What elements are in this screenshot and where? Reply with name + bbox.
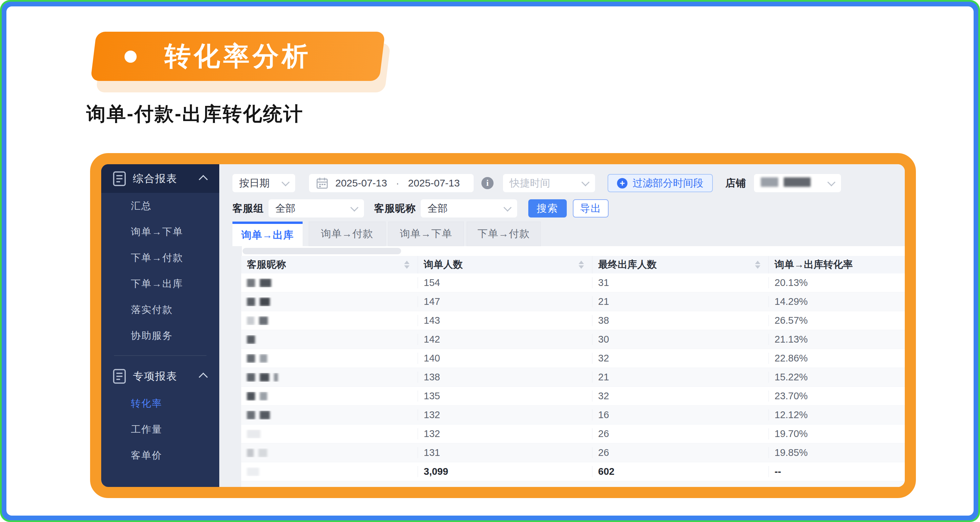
table-row: 1353223.70% <box>241 387 905 406</box>
cell-inquiry-count: 131 <box>418 447 592 458</box>
censored-text-block <box>274 373 278 382</box>
chevron-up-icon <box>199 373 208 382</box>
table-header: 客服昵称询单人数最终出库人数询单→出库转化率 <box>241 256 905 273</box>
censored-text-block <box>260 392 267 401</box>
sidebar-item-下单→付款[interactable]: 下单→付款 <box>101 245 219 271</box>
cell-outbound-count: 21 <box>592 371 768 383</box>
filter-timerange-button[interactable]: + 过滤部分时间段 <box>608 174 713 192</box>
chevron-down-icon <box>827 178 835 186</box>
sidebar-item-询单→下单[interactable]: 询单→下单 <box>101 219 219 245</box>
cell-inquiry-count: 132 <box>418 428 592 439</box>
search-button[interactable]: 搜索 <box>528 199 567 217</box>
column-header-询单人数[interactable]: 询单人数 <box>418 256 592 273</box>
chevron-down-icon <box>503 203 511 211</box>
cell-conversion-rate: 26.57% <box>768 315 905 326</box>
cell-agent-nickname <box>241 373 418 382</box>
column-header-询单→出库转化率: 询单→出库转化率 <box>768 256 905 273</box>
sidebar-divider <box>114 355 207 356</box>
sidebar-item-汇总[interactable]: 汇总 <box>101 193 219 219</box>
agent-nickname-select[interactable]: 全部 <box>421 199 517 217</box>
agent-nickname-value: 全部 <box>428 202 448 216</box>
chevron-up-icon <box>199 175 208 184</box>
sidebar-item-工作量[interactable]: 工作量 <box>101 416 219 443</box>
sidebar-group-专项报表[interactable]: 专项报表 <box>101 362 219 390</box>
sidebar-item-客单价[interactable]: 客单价 <box>101 443 219 468</box>
shop-select[interactable] <box>754 174 841 192</box>
sidebar-item-协助服务[interactable]: 协助服务 <box>101 323 219 349</box>
cell-conversion-rate: 15.22% <box>768 371 905 383</box>
cell-inquiry-count: 138 <box>418 371 592 383</box>
table-row: 1382115.22% <box>241 368 905 387</box>
censored-text-block <box>260 373 269 382</box>
censored-text-block <box>260 279 271 287</box>
censored-text-block <box>247 297 255 306</box>
censored-text-block <box>260 297 270 306</box>
filter-timerange-label: 过滤部分时间段 <box>633 176 703 190</box>
cell-conversion-rate: 22.86% <box>768 353 905 364</box>
cell-outbound-count: 16 <box>592 409 768 420</box>
agent-group-value: 全部 <box>275 202 296 216</box>
table-row: 1423021.13% <box>241 330 905 349</box>
column-header-客服昵称[interactable]: 客服昵称 <box>241 256 418 273</box>
censored-text-block <box>247 373 255 382</box>
table-row: 1322619.70% <box>241 425 905 443</box>
sort-icon[interactable] <box>755 261 760 269</box>
agent-nickname-label: 客服昵称 <box>374 202 416 216</box>
column-header-最终出库人数[interactable]: 最终出库人数 <box>592 256 768 273</box>
cell-agent-nickname <box>241 411 418 419</box>
column-header-label: 客服昵称 <box>247 258 286 271</box>
censored-text-block <box>247 354 255 363</box>
table-row: 1472114.29% <box>241 292 905 311</box>
cell-inquiry-count: 135 <box>418 390 592 401</box>
sort-icon[interactable] <box>579 261 584 269</box>
scrollbar-thumb[interactable] <box>243 248 401 254</box>
tab-询单→出库[interactable]: 询单→出库 <box>232 222 302 246</box>
sidebar-item-下单→出库[interactable]: 下单→出库 <box>101 271 219 297</box>
cell-conversion-rate: 14.29% <box>768 296 905 307</box>
cell-inquiry-count: 143 <box>418 315 592 326</box>
cell-outbound-count: 21 <box>592 296 768 307</box>
tab-bar: 询单→出库询单→付款询单→下单下单→付款 <box>232 222 541 246</box>
cell-conversion-rate: 20.13% <box>768 277 905 288</box>
tab-询单→下单[interactable]: 询单→下单 <box>388 222 464 246</box>
tab-询单→付款[interactable]: 询单→付款 <box>309 222 386 246</box>
sidebar-item-落实付款[interactable]: 落实付款 <box>101 297 219 323</box>
date-mode-select[interactable]: 按日期 <box>232 174 295 192</box>
column-header-label: 最终出库人数 <box>598 258 657 271</box>
info-icon[interactable]: i <box>481 177 493 189</box>
table-card: 客服昵称询单人数最终出库人数询单→出库转化率 1543120.13%147211… <box>241 256 905 487</box>
filter-row-2: 客服组 全部 客服昵称 全部 搜索 导出 <box>232 199 609 217</box>
cell-inquiry-count: 132 <box>418 409 592 420</box>
horizontal-scrollbar[interactable] <box>242 246 905 256</box>
table-row: 1433826.57% <box>241 311 905 330</box>
agent-group-select[interactable]: 全部 <box>269 199 364 217</box>
cell-conversion-rate: 12.12% <box>768 409 905 420</box>
sort-icon[interactable] <box>404 261 410 269</box>
tab-下单→付款[interactable]: 下单→付款 <box>466 222 541 246</box>
cell-conversion-rate: 19.85% <box>768 447 905 458</box>
censored-text-block <box>247 316 255 325</box>
cell-outbound-count: 32 <box>592 353 768 364</box>
sidebar-group-综合报表[interactable]: 综合报表 <box>101 164 219 193</box>
censored-text-block <box>247 411 255 419</box>
quick-time-select[interactable]: 快捷时间 <box>503 174 595 192</box>
table-row: 1543120.13% <box>241 273 905 292</box>
sidebar-group-label: 综合报表 <box>133 171 177 186</box>
sidebar: 综合报表汇总询单→下单下单→付款下单→出库落实付款协助服务专项报表转化率工作量客… <box>101 164 219 487</box>
cell-agent-nickname <box>241 392 418 401</box>
agent-group-label: 客服组 <box>232 202 264 216</box>
document-icon <box>113 369 126 384</box>
export-button[interactable]: 导出 <box>573 199 609 217</box>
bullet-dot-icon <box>124 51 137 63</box>
table-body: 1543120.13%1472114.29%1433826.57%1423021… <box>241 273 905 481</box>
column-header-label: 询单→出库转化率 <box>775 258 853 271</box>
cell-agent-nickname <box>241 335 418 344</box>
sidebar-item-转化率[interactable]: 转化率 <box>101 390 219 416</box>
cell-inquiry-count: 3,099 <box>418 466 592 477</box>
cell-conversion-rate: 19.70% <box>768 428 905 439</box>
table-row: 1312619.85% <box>241 443 905 462</box>
chevron-down-icon <box>581 178 589 186</box>
date-range-picker[interactable]: 2025-07-13 · 2025-07-13 <box>309 174 474 192</box>
cell-agent-nickname <box>241 354 418 363</box>
banner-title: 转化率分析 <box>165 39 311 74</box>
